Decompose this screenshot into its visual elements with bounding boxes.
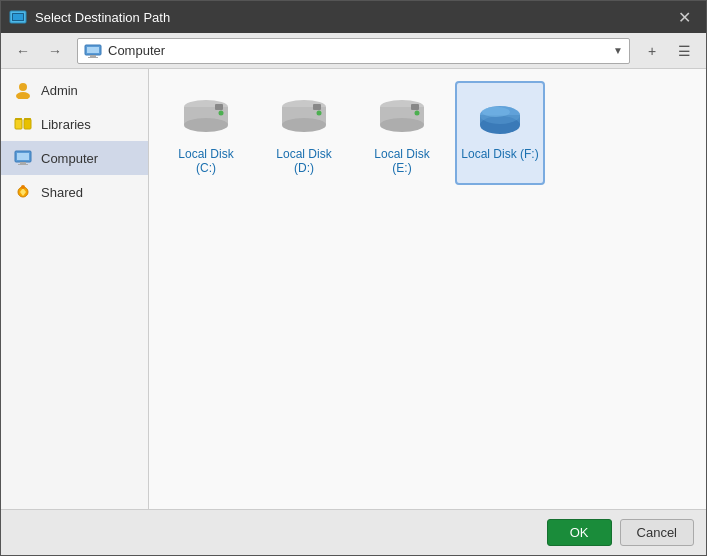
svg-rect-10 [24,119,31,129]
svg-point-33 [380,118,424,132]
cancel-button[interactable]: Cancel [620,519,694,546]
sidebar-item-computer[interactable]: Computer [1,141,148,175]
file-label-e: Local Disk (E:) [363,147,441,175]
sidebar-item-libraries-label: Libraries [41,117,91,132]
toolbar: ← → Computer ▼ + ☰ [1,33,706,69]
svg-point-28 [282,118,326,132]
sidebar-item-libraries[interactable]: Libraries [1,107,148,141]
sidebar-item-shared[interactable]: Shared [1,175,148,209]
svg-point-25 [219,111,224,116]
svg-point-22 [184,118,228,132]
file-label-c: Local Disk (C:) [167,147,245,175]
sidebar-item-computer-label: Computer [41,151,98,166]
dialog: Select Destination Path ✕ ← → Computer ▼… [0,0,707,556]
app-icon [9,8,27,26]
back-button[interactable]: ← [9,38,37,64]
svg-point-7 [19,83,27,91]
file-label-d: Local Disk (D:) [265,147,343,175]
file-label-f: Local Disk (F:) [461,147,538,161]
close-button[interactable]: ✕ [670,3,698,31]
sidebar: Admin Libraries [1,69,149,509]
sidebar-item-admin[interactable]: Admin [1,73,148,107]
sidebar-item-admin-label: Admin [41,83,78,98]
bottom-bar: OK Cancel [1,509,706,555]
address-text: Computer [108,43,613,58]
drive-gray-icon-c [176,91,236,143]
svg-rect-6 [88,57,98,58]
svg-rect-14 [17,153,29,160]
drive-blue-icon-f [470,91,530,143]
svg-rect-11 [15,118,22,120]
dialog-title: Select Destination Path [35,10,670,25]
address-icon [84,44,102,58]
address-dropdown-icon[interactable]: ▼ [613,45,623,56]
new-folder-button[interactable]: + [638,38,666,64]
forward-button[interactable]: → [41,38,69,64]
svg-rect-16 [18,164,28,165]
svg-rect-2 [13,14,23,20]
drive-gray-icon-e [372,91,432,143]
computer-icon [13,149,33,167]
svg-point-35 [415,111,420,116]
svg-rect-34 [411,104,419,110]
drive-gray-icon-d [274,91,334,143]
address-bar: Computer ▼ [77,38,630,64]
svg-point-40 [480,106,520,124]
user-icon [13,81,33,99]
file-area: Local Disk (C:) Local Disk (D:) [149,69,706,509]
content-area: Admin Libraries [1,69,706,509]
file-item-c[interactable]: Local Disk (C:) [161,81,251,185]
ok-button[interactable]: OK [547,519,612,546]
file-item-e[interactable]: Local Disk (E:) [357,81,447,185]
title-bar: Select Destination Path ✕ [1,1,706,33]
libraries-icon [13,115,33,133]
svg-point-19 [21,185,25,189]
file-item-d[interactable]: Local Disk (D:) [259,81,349,185]
svg-point-30 [317,111,322,116]
svg-rect-15 [20,162,26,164]
svg-rect-9 [15,119,22,129]
svg-point-8 [16,92,30,99]
view-button[interactable]: ☰ [670,38,698,64]
svg-rect-12 [24,118,31,120]
svg-rect-24 [215,104,223,110]
svg-rect-4 [87,47,99,53]
svg-rect-5 [90,55,96,57]
shared-icon [13,183,33,201]
file-item-f[interactable]: Local Disk (F:) [455,81,545,185]
svg-rect-29 [313,104,321,110]
sidebar-item-shared-label: Shared [41,185,83,200]
